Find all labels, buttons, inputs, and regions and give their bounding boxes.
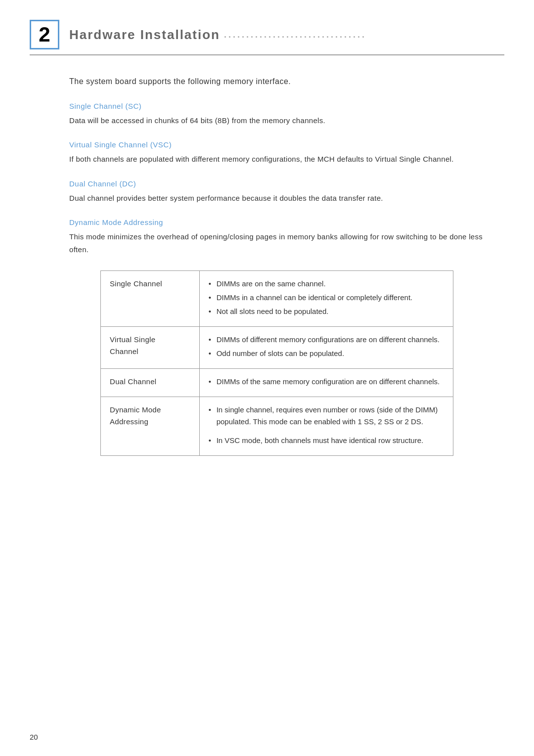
list-item: In VSC mode, both channels must have ide…	[209, 435, 444, 446]
page-number: 20	[30, 733, 38, 741]
content-area: The system board supports the following …	[30, 75, 504, 456]
page-container: 2 Hardware Installation ................…	[0, 0, 534, 756]
table-cell-label: Dynamic ModeAddressing	[101, 397, 200, 456]
section-heading-dc: Dual Channel (DC)	[69, 179, 485, 188]
table-cell-label: Dual Channel	[101, 369, 200, 397]
table-row: Dynamic ModeAddressing In single channel…	[101, 397, 453, 456]
chapter-title: Hardware Installation ..................…	[69, 27, 366, 43]
table-row: Single Channel DIMMs are on the same cha…	[101, 271, 453, 327]
section-heading-vsc-text: Virtual Single Channel (VSC)	[69, 140, 172, 149]
section-heading-dma-text: Dynamic Mode Addressing	[69, 218, 163, 226]
table-cell-label: Single Channel	[101, 271, 200, 327]
list-item: DIMMs are on the same channel.	[209, 278, 444, 290]
table-cell-label: Virtual SingleChannel	[101, 327, 200, 369]
intro-text: The system board supports the following …	[69, 75, 485, 88]
section-body-dma: This mode minimizes the overhead of open…	[69, 230, 485, 256]
list-item: DIMMs of different memory configurations…	[209, 334, 444, 346]
section-body-sc: Data will be accessed in chunks of 64 bi…	[69, 114, 485, 127]
list-item: Not all slots need to be populated.	[209, 306, 444, 317]
list-item: Odd number of slots can be populated.	[209, 348, 444, 359]
memory-table: Single Channel DIMMs are on the same cha…	[100, 270, 453, 456]
chapter-number-text: 2	[39, 23, 50, 46]
section-heading-dc-text: Dual Channel (DC)	[69, 179, 136, 188]
table-cell-content: In single channel, requires even number …	[199, 397, 453, 456]
section-body-vsc: If both channels are populated with diff…	[69, 153, 485, 166]
section-heading-vsc: Virtual Single Channel (VSC)	[69, 140, 485, 149]
chapter-dots: ................................	[224, 30, 366, 40]
table-cell-content: DIMMs of the same memory configuration a…	[199, 369, 453, 397]
list-item: DIMMs of the same memory configuration a…	[209, 376, 444, 388]
table-cell-content: DIMMs of different memory configurations…	[199, 327, 453, 369]
chapter-number: 2	[30, 20, 59, 49]
list-item: In single channel, requires even number …	[209, 404, 444, 428]
table-cell-content: DIMMs are on the same channel. DIMMs in …	[199, 271, 453, 327]
chapter-header: 2 Hardware Installation ................…	[30, 20, 504, 55]
section-body-dc: Dual channel provides better system perf…	[69, 192, 485, 205]
chapter-title-text: Hardware Installation	[69, 27, 220, 43]
table-row: Dual Channel DIMMs of the same memory co…	[101, 369, 453, 397]
section-heading-dma: Dynamic Mode Addressing	[69, 218, 485, 226]
table-row: Virtual SingleChannel DIMMs of different…	[101, 327, 453, 369]
section-heading-sc: Single Channel (SC)	[69, 102, 485, 110]
list-item: DIMMs in a channel can be identical or c…	[209, 292, 444, 304]
section-heading-sc-text: Single Channel (SC)	[69, 102, 141, 110]
